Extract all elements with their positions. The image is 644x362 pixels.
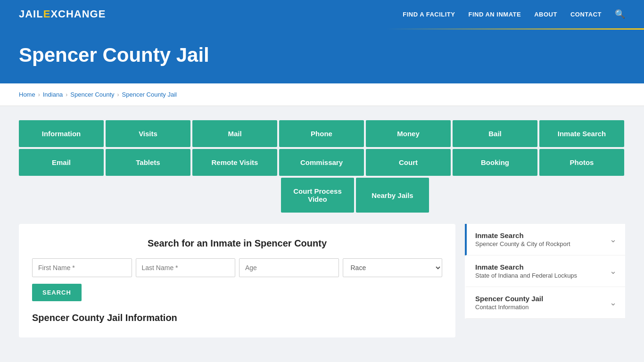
hero-section: Spencer County Jail bbox=[0, 30, 644, 83]
sidebar-item-text-1: Inmate Search Spencer County & City of R… bbox=[475, 231, 570, 247]
btn-visits[interactable]: Visits bbox=[106, 120, 190, 147]
sidebar-item-subtitle-3: Contact Information bbox=[475, 304, 543, 311]
navigation-button-grid: Information Visits Mail Phone Money Bail… bbox=[19, 120, 625, 213]
grid-row-3: Court Process Video Nearby Jails bbox=[85, 178, 625, 213]
main-content: Information Visits Mail Phone Money Bail… bbox=[0, 106, 644, 362]
chevron-down-icon-3: ⌄ bbox=[610, 297, 617, 308]
btn-email[interactable]: Email bbox=[19, 149, 104, 176]
search-fields-row: Race White Black Hispanic Asian Other bbox=[32, 258, 442, 277]
search-button[interactable]: SEARCH bbox=[32, 284, 82, 301]
grid-row-1: Information Visits Mail Phone Money Bail… bbox=[19, 120, 625, 147]
logo-jail-text: JAIL bbox=[19, 8, 43, 20]
race-select[interactable]: Race White Black Hispanic Asian Other bbox=[343, 258, 443, 277]
nav-contact[interactable]: CONTACT bbox=[570, 11, 602, 18]
sidebar-item-inmate-search-1[interactable]: Inmate Search Spencer County & City of R… bbox=[465, 224, 625, 255]
sidebar-item-contact-info[interactable]: Spencer County Jail Contact Information … bbox=[465, 287, 625, 319]
breadcrumb-sep-2: › bbox=[66, 91, 67, 98]
btn-booking[interactable]: Booking bbox=[453, 149, 537, 176]
bottom-section-title: Spencer County Jail Information bbox=[32, 313, 442, 323]
btn-money[interactable]: Money bbox=[366, 120, 451, 147]
btn-remote-visits[interactable]: Remote Visits bbox=[192, 149, 277, 176]
sidebar-item-inmate-search-2[interactable]: Inmate Search State of Indiana and Feder… bbox=[465, 255, 625, 287]
inmate-search-section: Search for an Inmate in Spencer County R… bbox=[19, 224, 455, 337]
search-section-title: Search for an Inmate in Spencer County bbox=[32, 238, 442, 249]
chevron-down-icon-2: ⌄ bbox=[610, 266, 617, 276]
logo-exchange-text: XCHANGE bbox=[50, 8, 106, 20]
nav-find-inmate[interactable]: FIND AN INMATE bbox=[468, 11, 521, 18]
sidebar-item-title-1: Inmate Search bbox=[475, 231, 570, 239]
breadcrumb-home[interactable]: Home bbox=[19, 91, 35, 98]
last-name-input[interactable] bbox=[136, 258, 236, 277]
age-input[interactable] bbox=[239, 258, 339, 277]
btn-commissary[interactable]: Commissary bbox=[279, 149, 364, 176]
breadcrumb-sep-1: › bbox=[38, 91, 40, 98]
main-nav: FIND A FACILITY FIND AN INMATE ABOUT CON… bbox=[403, 9, 625, 19]
btn-information[interactable]: Information bbox=[19, 120, 104, 147]
breadcrumb-spencer-county[interactable]: Spencer County bbox=[70, 91, 114, 98]
logo-x-text: E bbox=[43, 8, 51, 20]
nav-find-facility[interactable]: FIND A FACILITY bbox=[403, 11, 455, 18]
btn-inmate-search[interactable]: Inmate Search bbox=[539, 120, 624, 147]
sidebar-item-text-2: Inmate Search State of Indiana and Feder… bbox=[475, 263, 577, 279]
logo[interactable]: JAILEXCHANGE bbox=[19, 8, 106, 20]
breadcrumb-indiana[interactable]: Indiana bbox=[43, 91, 63, 98]
btn-nearby-jails[interactable]: Nearby Jails bbox=[356, 178, 429, 213]
btn-phone[interactable]: Phone bbox=[279, 120, 364, 147]
btn-bail[interactable]: Bail bbox=[453, 120, 537, 147]
btn-court-process-video[interactable]: Court Process Video bbox=[281, 178, 354, 213]
btn-photos[interactable]: Photos bbox=[539, 149, 624, 176]
content-area: Search for an Inmate in Spencer County R… bbox=[19, 224, 625, 337]
page-title: Spencer County Jail bbox=[19, 44, 625, 66]
bottom-info-section: Spencer County Jail Information bbox=[32, 313, 442, 323]
breadcrumb: Home › Indiana › Spencer County › Spence… bbox=[0, 83, 644, 106]
header: JAILEXCHANGE FIND A FACILITY FIND AN INM… bbox=[0, 0, 644, 28]
grid-row-2: Email Tablets Remote Visits Commissary C… bbox=[19, 149, 625, 176]
breadcrumb-sep-3: › bbox=[117, 91, 119, 98]
sidebar-item-text-3: Spencer County Jail Contact Information bbox=[475, 295, 543, 311]
btn-mail[interactable]: Mail bbox=[192, 120, 277, 147]
sidebar-item-subtitle-1: Spencer County & City of Rockport bbox=[475, 240, 570, 247]
breadcrumb-current: Spencer County Jail bbox=[122, 91, 177, 98]
btn-tablets[interactable]: Tablets bbox=[106, 149, 190, 176]
btn-court[interactable]: Court bbox=[366, 149, 451, 176]
first-name-input[interactable] bbox=[32, 258, 132, 277]
sidebar-item-title-2: Inmate Search bbox=[475, 263, 577, 271]
sidebar-item-subtitle-2: State of Indiana and Federal Lockups bbox=[475, 272, 577, 279]
sidebar-item-title-3: Spencer County Jail bbox=[475, 295, 543, 303]
nav-about[interactable]: ABOUT bbox=[534, 11, 557, 18]
search-icon[interactable]: 🔍 bbox=[615, 9, 625, 19]
sidebar: Inmate Search Spencer County & City of R… bbox=[465, 224, 625, 337]
chevron-down-icon-1: ⌄ bbox=[610, 234, 617, 245]
